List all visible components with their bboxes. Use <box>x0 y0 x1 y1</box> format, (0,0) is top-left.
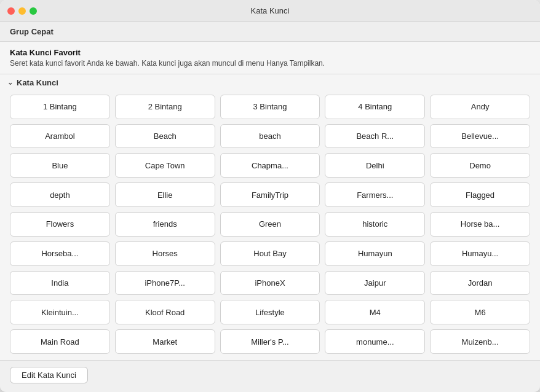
tag-button[interactable]: 2 Bintang <box>115 95 215 119</box>
edit-kata-kunci-button[interactable]: Edit Kata Kunci <box>10 367 88 383</box>
tag-button[interactable]: 1 Bintang <box>10 95 110 119</box>
kata-kunci-section-label: Kata Kunci <box>17 78 58 87</box>
tag-button[interactable]: Horses <box>115 241 215 266</box>
tag-button[interactable]: Beach R... <box>325 124 425 149</box>
kata-kunci-section: ⌄ Kata Kunci 1 Bintang2 Bintang3 Bintang… <box>0 74 540 360</box>
tag-button[interactable]: depth <box>10 182 110 207</box>
tag-button[interactable]: Beach <box>115 124 215 149</box>
tag-button[interactable]: FamilyTrip <box>220 182 320 207</box>
main-window: Kata Kunci Grup Cepat Kata Kunci Favorit… <box>0 0 540 392</box>
tag-button[interactable]: Cape Town <box>115 153 215 178</box>
tag-button[interactable]: Demo <box>430 153 530 178</box>
traffic-lights <box>7 7 37 15</box>
tag-button[interactable]: Flowers <box>10 212 110 237</box>
tag-button[interactable]: M4 <box>325 300 425 324</box>
tag-button[interactable]: Muizenb... <box>430 329 530 354</box>
tag-button[interactable]: Lifestyle <box>220 300 320 324</box>
tag-button[interactable]: iPhone7P... <box>115 271 215 296</box>
tag-button[interactable]: Humayu... <box>430 241 530 266</box>
close-button[interactable] <box>7 7 15 15</box>
minimize-button[interactable] <box>18 7 26 15</box>
tag-button[interactable]: Green <box>220 212 320 237</box>
kata-kunci-header: ⌄ Kata Kunci <box>0 74 540 91</box>
tag-button[interactable]: beach <box>220 124 320 149</box>
tag-button[interactable]: Delhi <box>325 153 425 178</box>
tag-button[interactable]: Hout Bay <box>220 241 320 266</box>
tag-button[interactable]: Horse ba... <box>430 212 530 237</box>
grup-cepat-header: Grup Cepat <box>0 22 540 42</box>
tag-button[interactable]: Kloof Road <box>115 300 215 324</box>
tag-button[interactable]: Kleintuin... <box>10 300 110 324</box>
tag-button[interactable]: Chapma... <box>220 153 320 178</box>
tag-button[interactable]: Miller's P... <box>220 329 320 354</box>
favorit-title: Kata Kunci Favorit <box>10 48 530 57</box>
tag-button[interactable]: India <box>10 271 110 296</box>
tag-button[interactable]: historic <box>325 212 425 237</box>
tag-button[interactable]: Jordan <box>430 271 530 296</box>
maximize-button[interactable] <box>30 7 37 15</box>
chevron-down-icon: ⌄ <box>7 79 13 87</box>
tag-button[interactable]: Ellie <box>115 182 215 207</box>
favorit-description: Seret kata kunci favorit Anda ke bawah. … <box>10 58 530 69</box>
grup-cepat-label: Grup Cepat <box>10 27 54 36</box>
window-content: Grup Cepat Kata Kunci Favorit Seret kata… <box>0 22 540 392</box>
title-bar: Kata Kunci <box>0 0 540 22</box>
tags-grid: 1 Bintang2 Bintang3 Bintang4 BintangAndy… <box>0 91 540 360</box>
tag-button[interactable]: Main Road <box>10 329 110 354</box>
tag-button[interactable]: Jaipur <box>325 271 425 296</box>
tag-button[interactable]: Andy <box>430 95 530 119</box>
window-title: Kata Kunci <box>251 6 290 15</box>
tag-button[interactable]: Arambol <box>10 124 110 149</box>
tag-button[interactable]: Farmers... <box>325 182 425 207</box>
tag-button[interactable]: Flagged <box>430 182 530 207</box>
tag-button[interactable]: Horseba... <box>10 241 110 266</box>
tag-button[interactable]: Market <box>115 329 215 354</box>
tag-button[interactable]: Humayun <box>325 241 425 266</box>
footer: Edit Kata Kunci <box>0 360 540 392</box>
tag-button[interactable]: M6 <box>430 300 530 324</box>
tag-button[interactable]: Bellevue... <box>430 124 530 149</box>
tag-button[interactable]: 3 Bintang <box>220 95 320 119</box>
tag-button[interactable]: friends <box>115 212 215 237</box>
tag-button[interactable]: Blue <box>10 153 110 178</box>
tag-button[interactable]: monume... <box>325 329 425 354</box>
tag-button[interactable]: iPhoneX <box>220 271 320 296</box>
tag-button[interactable]: 4 Bintang <box>325 95 425 119</box>
favorit-section: Kata Kunci Favorit Seret kata kunci favo… <box>0 42 540 74</box>
